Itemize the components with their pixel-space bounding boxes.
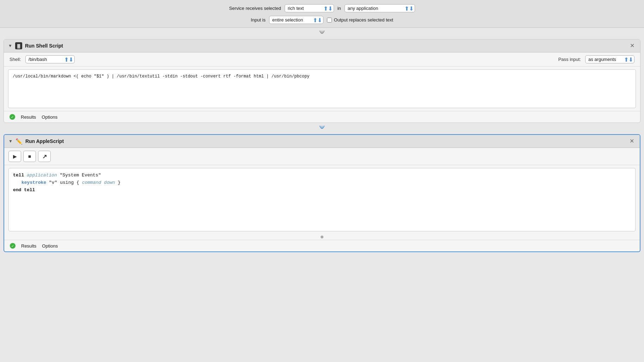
top-connector [0, 28, 644, 39]
shell-settings-row: Shell: /bin/bash /bin/sh /usr/bin/perl /… [4, 52, 640, 67]
shell-script-footer: ✓ Results Options [4, 111, 640, 123]
output-replaces-wrapper: Output replaces selected text [327, 17, 393, 23]
play-icon: ▶ [13, 154, 17, 159]
end-tell-keyword: end tell [13, 187, 35, 193]
applescript-header-left: ▼ ✏️ Run AppleScript [8, 138, 64, 145]
system-events-string: "System Events" [60, 173, 101, 178]
brace-close: } [118, 180, 120, 185]
applescript-toolbar: ▶ ■ ↗ [4, 148, 640, 165]
application-keyword: application [27, 173, 57, 178]
applescript-code[interactable]: tell application "System Events" keystro… [8, 168, 636, 231]
command-down: command down [82, 180, 115, 185]
pass-input-label: Pass input: [558, 57, 581, 62]
shell-script-code[interactable]: /usr/local/bin/markdown <( echo "$1" ) |… [8, 69, 636, 108]
v-string: "v" [49, 180, 57, 185]
keystroke-keyword: keystroke [21, 180, 46, 185]
shell-script-close-button[interactable]: ✕ [628, 43, 636, 49]
applescript-chevron-icon[interactable]: ▼ [8, 139, 13, 144]
tell-keyword: tell [13, 173, 24, 178]
applescript-header: ▼ ✏️ Run AppleScript ✕ [4, 135, 640, 148]
shell-script-header: ▼ ▓ Run Shell Script ✕ [4, 39, 640, 52]
shell-script-title: Run Shell Script [25, 43, 63, 49]
service-receives-row: Service receives selected rich text plai… [229, 4, 415, 12]
shell-script-header-left: ▼ ▓ Run Shell Script [8, 42, 63, 49]
shell-script-chevron-icon[interactable]: ▼ [8, 43, 12, 48]
shell-path-select[interactable]: /bin/bash /bin/sh /usr/bin/perl /usr/bin… [25, 55, 75, 63]
scroll-dot-indicator [321, 236, 323, 238]
applescript-play-button[interactable]: ▶ [8, 151, 21, 162]
applescript-status-indicator: ✓ [10, 243, 16, 249]
shell-status-indicator: ✓ [10, 114, 15, 120]
applescript-icon: ✏️ [16, 138, 23, 145]
middle-connector [0, 123, 644, 134]
shell-label: Shell: [10, 57, 21, 62]
using-keyword: using [60, 180, 74, 185]
shell-path-wrapper: /bin/bash /bin/sh /usr/bin/perl /usr/bin… [25, 55, 75, 63]
input-mode-select[interactable]: entire selection each item separately [269, 16, 323, 24]
service-receives-label: Service receives selected [229, 6, 281, 11]
output-replaces-label: Output replaces selected text [334, 17, 393, 23]
code-line-1: tell application "System Events" [13, 172, 631, 179]
connector-svg [313, 30, 331, 37]
input-options-row: Input is entire selection each item sepa… [251, 16, 393, 24]
applescript-scroll-dot [4, 234, 640, 240]
middle-connector-svg [313, 125, 331, 132]
application-select[interactable]: any application Finder Safari TextEdit [345, 4, 415, 12]
in-label: in [338, 6, 341, 11]
applescript-title: Run AppleScript [25, 138, 64, 144]
shell-results-link[interactable]: Results [21, 114, 36, 120]
applescript-compile-button[interactable]: ↗ [38, 151, 51, 162]
applescript-block: ▼ ✏️ Run AppleScript ✕ ▶ ■ ↗ tell applic… [4, 134, 640, 252]
application-wrapper: any application Finder Safari TextEdit ⬆… [345, 4, 415, 12]
applescript-options-link[interactable]: Options [42, 243, 58, 249]
output-replaces-checkbox[interactable] [327, 18, 332, 23]
shell-script-icon: ▓ [15, 42, 22, 49]
pass-input-select[interactable]: as arguments to stdin [585, 55, 634, 63]
applescript-footer: ✓ Results Options [4, 240, 640, 251]
applescript-close-button[interactable]: ✕ [628, 138, 636, 144]
content-type-select[interactable]: rich text plain text files or folders PD… [285, 4, 334, 12]
shell-script-block: ▼ ▓ Run Shell Script ✕ Shell: /bin/bash … [4, 39, 640, 123]
compile-icon: ↗ [42, 153, 47, 160]
code-line-2: keystroke "v" using { command down } [13, 179, 631, 187]
pass-input-wrapper: as arguments to stdin ⬆⬇ [585, 55, 634, 63]
stop-icon: ■ [28, 154, 31, 159]
applescript-results-link[interactable]: Results [21, 243, 36, 249]
shell-options-link[interactable]: Options [42, 114, 57, 120]
applescript-stop-button[interactable]: ■ [23, 151, 36, 162]
content-type-wrapper: rich text plain text files or folders PD… [285, 4, 334, 12]
input-is-label: Input is [251, 17, 266, 23]
input-mode-wrapper: entire selection each item separately ⬆⬇ [269, 16, 323, 24]
service-config-bar: Service receives selected rich text plai… [0, 0, 644, 28]
code-line-3: end tell [13, 187, 631, 194]
brace-open: { [76, 180, 79, 185]
